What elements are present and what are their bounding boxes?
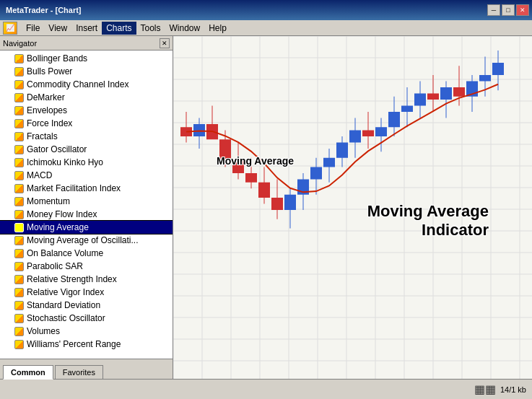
indicator-icon [14,158,24,167]
nav-item-label: Force Index [27,118,72,128]
indicator-icon [14,327,24,336]
nav-item-label: DeMarker [27,92,65,102]
nav-item[interactable]: Gator Oscillator [0,143,173,156]
nav-item[interactable]: DeMarker [0,91,173,104]
nav-item-label: Parabolic SAR [27,261,83,271]
indicator-icon [14,93,24,102]
nav-item[interactable]: Money Flow Index [0,208,173,221]
nav-item-label: Bulls Power [27,66,72,76]
nav-item-label: Relative Strength Index [27,274,117,284]
nav-item-label: Envelopes [27,105,67,115]
nav-item-label: On Balance Volume [27,248,103,258]
nav-item[interactable]: Market Facilitation Index [0,182,173,195]
indicator-icon [14,119,24,128]
nav-item[interactable]: Bulls Power [0,65,173,78]
navigator-list[interactable]: Bollinger BandsBulls PowerCommodity Chan… [0,51,173,359]
chart-area[interactable]: Moving Average Moving Average Indicator [173,36,532,379]
nav-item-label: Commodity Channel Index [27,79,128,89]
menu-bar: 📈 File View Insert Charts Tools Window H… [0,20,532,36]
menu-file[interactable]: File [22,22,44,35]
navigator-close-button[interactable]: ✕ [160,38,170,48]
nav-item[interactable]: Moving Average of Oscillati... [0,234,173,247]
indicator-icon [14,132,24,141]
nav-item[interactable]: Williams' Percent Range [0,338,173,351]
indicator-icon [14,67,24,76]
nav-item-label: Bollinger Bands [27,53,87,63]
indicator-icon [14,288,24,297]
indicator-icon [14,223,24,232]
nav-item-label: Moving Average of Oscillati... [27,235,139,245]
navigator-panel: Navigator ✕ Bollinger BandsBulls PowerCo… [0,36,173,379]
nav-item-label: Market Facilitation Index [27,183,121,193]
indicator-icon [14,301,24,310]
chart-indicator-label: Moving Average Indicator [367,202,489,240]
nav-item[interactable]: Fractals [0,130,173,143]
menu-window[interactable]: Window [165,22,205,35]
nav-item-label: Moving Average [27,222,89,232]
status-icon: ▦▦ [474,382,496,396]
window-title: MetaTrader - [Chart] [6,6,82,14]
nav-item-label: Momentum [27,196,70,206]
close-button[interactable]: ✕ [516,4,529,16]
nav-item-label: Ichimoku Kinko Hyo [27,157,103,167]
indicator-icon [14,210,24,219]
nav-item[interactable]: Relative Vigor Index [0,286,173,299]
indicator-icon [14,275,24,284]
nav-item[interactable]: On Balance Volume [0,247,173,260]
nav-item-label: Williams' Percent Range [27,339,121,349]
nav-item-label: Money Flow Index [27,209,97,219]
window-controls: ─ □ ✕ [487,4,529,16]
menu-insert[interactable]: Insert [71,22,102,35]
nav-item-label: Stochastic Oscillator [27,313,105,323]
nav-item[interactable]: Envelopes [0,104,173,117]
indicator-icon [14,340,24,349]
menu-tools[interactable]: Tools [136,22,165,35]
nav-item-label: MACD [27,170,52,180]
title-bar: MetaTrader - [Chart] ─ □ ✕ [0,0,532,20]
nav-item[interactable]: Parabolic SAR [0,260,173,273]
navigator-title: Navigator [3,39,37,48]
maximize-button[interactable]: □ [502,4,515,16]
indicator-icon [14,145,24,154]
menu-view[interactable]: View [44,22,71,35]
nav-item[interactable]: Standard Deviation [0,299,173,312]
indicator-icon [14,236,24,245]
indicator-icon [14,106,24,115]
menu-charts[interactable]: Charts [102,22,136,35]
nav-item-label: Relative Vigor Index [27,287,104,297]
nav-item[interactable]: Bollinger Bands [0,52,173,65]
tab-favorites[interactable]: Favorites [55,365,103,379]
chart-moving-average-label: Moving Average [217,155,294,167]
tab-common[interactable]: Common [3,365,53,380]
status-size: 14/1 kb [500,385,526,394]
indicator-icon [14,249,24,258]
indicator-icon [14,184,24,193]
minimize-button[interactable]: ─ [487,4,500,16]
navigator-tabs: Common Favorites [0,359,173,379]
menu-help[interactable]: Help [204,22,231,35]
nav-item[interactable]: Relative Strength Index [0,273,173,286]
indicator-icon [14,80,24,89]
main-area: Navigator ✕ Bollinger BandsBulls PowerCo… [0,36,532,379]
nav-item[interactable]: Moving Average [0,221,173,234]
nav-item-label: Standard Deviation [27,300,100,310]
nav-item[interactable]: Commodity Channel Index [0,78,173,91]
nav-item[interactable]: Momentum [0,195,173,208]
navigator-header: Navigator ✕ [0,36,173,51]
status-bar: ▦▦ 14/1 kb [0,379,532,399]
app-icon: 📈 [3,22,17,35]
nav-item[interactable]: Ichimoku Kinko Hyo [0,156,173,169]
nav-item[interactable]: Force Index [0,117,173,130]
indicator-icon [14,54,24,63]
indicator-icon [14,171,24,180]
nav-item-label: Fractals [27,131,58,141]
nav-item-label: Volumes [27,326,60,336]
nav-item[interactable]: Stochastic Oscillator [0,312,173,325]
indicator-icon [14,314,24,323]
nav-item[interactable]: MACD [0,169,173,182]
nav-item[interactable]: Volumes [0,325,173,338]
indicator-icon [14,262,24,271]
nav-item-label: Gator Oscillator [27,144,87,154]
indicator-icon [14,197,24,206]
